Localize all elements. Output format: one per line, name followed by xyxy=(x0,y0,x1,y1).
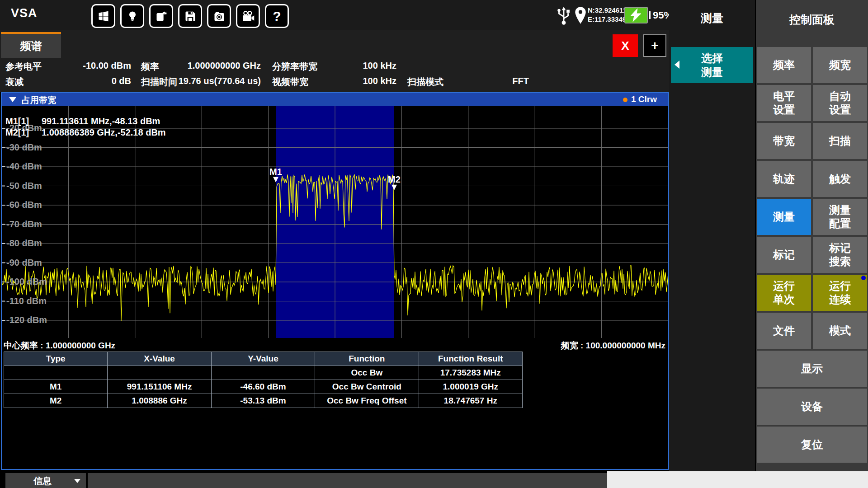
control-button-扫描[interactable]: 扫描 xyxy=(813,123,867,159)
chart-footer: 中心频率 : 1.000000000 GHz 频宽 : 100.00000000… xyxy=(2,339,668,351)
table-column-header: Type xyxy=(4,352,108,366)
usb-icon xyxy=(555,6,572,27)
record-icon[interactable] xyxy=(236,4,260,28)
trace-label: 1 Clrw xyxy=(631,94,657,104)
control-button-label: 带宽 xyxy=(773,134,795,148)
control-button-触发[interactable]: 触发 xyxy=(813,161,867,197)
control-button-文件[interactable]: 文件 xyxy=(757,313,811,349)
table-cell: 1.008886 GHz xyxy=(108,394,211,408)
control-button-运行单次[interactable]: 运行单次 xyxy=(757,275,811,311)
table-cell xyxy=(4,366,108,380)
close-tab-label: X xyxy=(621,39,629,53)
control-button-轨迹[interactable]: 轨迹 xyxy=(757,161,811,197)
windows-icon[interactable] xyxy=(91,4,115,28)
help-icon[interactable]: ? xyxy=(265,4,289,28)
chart-title-bar[interactable]: 占用带宽 1 Clrw xyxy=(2,93,668,106)
setting-value: 19.76 us(770.64 us) xyxy=(179,76,261,86)
setting-rbw[interactable]: 分辨率带宽 100 kHz xyxy=(272,61,396,73)
control-button-复位[interactable]: 复位 xyxy=(757,427,867,463)
setting-ref-level[interactable]: 参考电平 -10.00 dBm xyxy=(5,61,131,73)
measurement-display: 占用带宽 1 Clrw M1M2 -20 dBm-30 dBm-40 dBm-5… xyxy=(1,92,669,470)
gps-lon: E:117.333492 xyxy=(588,15,630,24)
open-icon[interactable] xyxy=(149,4,173,28)
select-measurement-label: 选择 测量 xyxy=(671,51,753,79)
setting-label: 频率 xyxy=(141,61,159,73)
control-button-电平设置[interactable]: 电平设置 xyxy=(757,85,811,121)
y-axis-label: -70 dBm xyxy=(6,219,42,230)
tab-spectrum[interactable]: 频谱 xyxy=(1,32,61,58)
control-button-测量[interactable]: 测量 xyxy=(757,199,811,235)
setting-sweep-mode[interactable]: 扫描模式 FFT xyxy=(407,76,529,89)
collapse-icon[interactable] xyxy=(9,97,16,102)
setting-label: 分辨率带宽 xyxy=(272,61,317,73)
y-axis-label: -90 dBm xyxy=(6,258,42,268)
battery-tip xyxy=(649,11,651,19)
setting-vbw[interactable]: 视频带宽 100 kHz xyxy=(272,76,396,89)
svg-text:M1: M1 xyxy=(269,167,282,177)
table-cell: 991.151106 MHz xyxy=(108,380,211,394)
control-button-带宽[interactable]: 带宽 xyxy=(757,123,811,159)
setting-sweep-time[interactable]: 扫描时间 19.76 us(770.64 us) xyxy=(141,76,261,89)
setting-value: 100 kHz xyxy=(363,61,397,71)
marker-name: M2[1] xyxy=(5,127,42,138)
table-cell: M2 xyxy=(4,394,108,408)
control-button-频宽[interactable]: 频宽 xyxy=(813,47,867,83)
control-button-标记搜索[interactable]: 标记搜索 xyxy=(813,237,867,273)
location-pin-icon xyxy=(574,6,587,27)
control-button-label: 运行 xyxy=(773,279,795,293)
control-button-自动设置[interactable]: 自动设置 xyxy=(813,85,867,121)
control-button-label: 扫描 xyxy=(829,134,851,148)
control-button-显示[interactable]: 显示 xyxy=(757,351,867,387)
marker-readout: M1[1]991.113611 MHz,-48.13 dBm M2[1]1.00… xyxy=(5,116,166,138)
select-measurement-button[interactable]: 选择 测量 xyxy=(671,47,753,83)
setting-value: 100 kHz xyxy=(363,76,397,86)
control-button-标记[interactable]: 标记 xyxy=(757,237,811,273)
y-axis-label: -120 dBm xyxy=(6,315,47,325)
setting-label: 视频带宽 xyxy=(272,76,308,88)
setting-frequency[interactable]: 频率 1.000000000 GHz xyxy=(141,61,261,73)
setting-attenuation[interactable]: 衰减 0 dB xyxy=(5,76,131,89)
table-column-header: Function xyxy=(315,352,419,366)
table-row[interactable]: Occ Bw17.735283 MHz xyxy=(4,366,523,380)
tab-spectrum-label: 频谱 xyxy=(20,39,42,53)
control-button-label: 搜索 xyxy=(829,255,851,268)
control-button-label: 显示 xyxy=(801,362,823,375)
control-panel-grid: 频率频宽电平设置自动设置带宽扫描轨迹触发测量测量配置标记标记搜索运行单次运行连续… xyxy=(757,47,867,463)
spectrum-plot[interactable]: M1M2 -20 dBm-30 dBm-40 dBm-50 dBm-60 dBm… xyxy=(2,106,668,338)
control-button-运行连续[interactable]: 运行连续 xyxy=(813,275,867,311)
setting-value: 0 dB xyxy=(112,76,131,86)
control-button-模式[interactable]: 模式 xyxy=(813,313,867,349)
screenshot-icon[interactable] xyxy=(207,4,231,28)
battery-icon xyxy=(624,7,648,23)
add-tab-label: + xyxy=(651,38,658,53)
info-dropdown[interactable]: 信息 xyxy=(5,473,86,488)
marker-value: 1.008886389 GHz,-52.18 dBm xyxy=(42,127,166,137)
table-cell: -53.13 dBm xyxy=(211,394,315,408)
add-tab-button[interactable]: + xyxy=(643,34,666,57)
span-value: 频宽 : 100.000000000 MHz xyxy=(561,340,665,352)
center-frequency: 中心频率 : 1.000000000 GHz xyxy=(4,340,115,352)
table-row[interactable]: M21.008886 GHz-53.13 dBmOcc Bw Freq Offs… xyxy=(4,394,523,408)
control-button-label: 文件 xyxy=(773,324,795,338)
marker-table-head: TypeX-ValueY-ValueFunctionFunction Resul… xyxy=(4,352,523,366)
active-indicator-dot xyxy=(861,276,866,280)
control-button-设备[interactable]: 设备 xyxy=(757,389,867,425)
bulb-icon[interactable] xyxy=(120,4,144,28)
save-icon[interactable] xyxy=(178,4,202,28)
control-button-频率[interactable]: 频率 xyxy=(757,47,811,83)
setting-value: -10.00 dBm xyxy=(83,61,131,71)
control-button-label: 设置 xyxy=(829,103,851,117)
info-label: 信息 xyxy=(33,475,52,487)
top-bar: VSA ? xyxy=(0,0,669,30)
status-message-panel xyxy=(88,473,607,488)
y-axis-label: -60 dBm xyxy=(6,200,42,210)
control-button-测量配置[interactable]: 测量配置 xyxy=(813,199,867,235)
marker-table-wrap: TypeX-ValueY-ValueFunctionFunction Resul… xyxy=(4,352,523,408)
close-tab-button[interactable]: X xyxy=(613,34,638,57)
measure-menu-header: 测量 xyxy=(669,11,755,26)
setting-value: FFT xyxy=(512,76,529,86)
table-row[interactable]: M1991.151106 MHz-46.60 dBmOcc Bw Centroi… xyxy=(4,380,523,394)
table-column-header: X-Value xyxy=(108,352,211,366)
setting-label: 扫描时间 xyxy=(141,76,177,88)
marker-name: M1[1] xyxy=(5,116,42,127)
